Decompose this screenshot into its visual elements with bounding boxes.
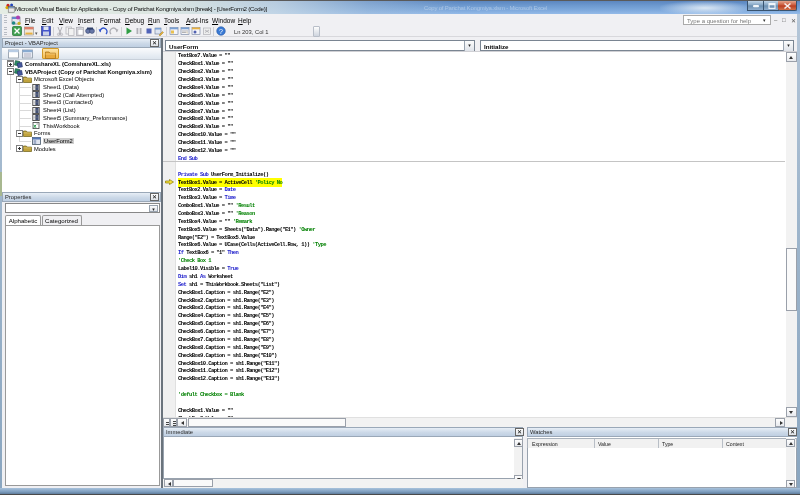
- svg-text:?: ?: [219, 28, 223, 35]
